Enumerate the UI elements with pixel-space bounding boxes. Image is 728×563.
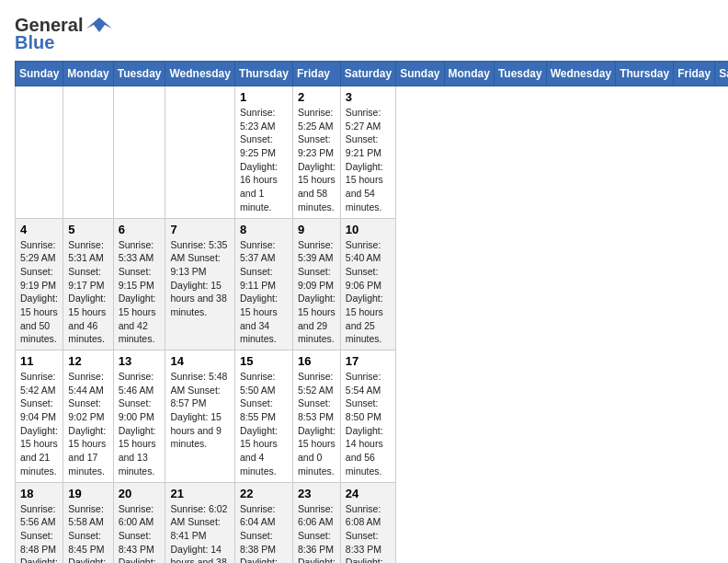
calendar-cell: 7Sunrise: 5:35 AM Sunset: 9:13 PM Daylig… — [165, 218, 234, 350]
calendar-cell: 4Sunrise: 5:29 AM Sunset: 9:19 PM Daylig… — [16, 218, 63, 350]
day-number: 21 — [170, 487, 229, 500]
day-of-week-header: Saturday — [715, 62, 728, 86]
calendar-cell: 10Sunrise: 5:40 AM Sunset: 9:06 PM Dayli… — [340, 218, 395, 350]
calendar-cell: 21Sunrise: 6:02 AM Sunset: 8:41 PM Dayli… — [165, 482, 234, 563]
day-number: 4 — [20, 223, 58, 236]
calendar-cell: 16Sunrise: 5:52 AM Sunset: 8:53 PM Dayli… — [292, 350, 340, 483]
calendar-cell: 13Sunrise: 5:46 AM Sunset: 9:00 PM Dayli… — [113, 350, 165, 483]
calendar-cell: 11Sunrise: 5:42 AM Sunset: 9:04 PM Dayli… — [16, 350, 63, 483]
page-header: General Blue — [15, 15, 713, 53]
calendar-cell: 5Sunrise: 5:31 AM Sunset: 9:17 PM Daylig… — [63, 218, 113, 350]
calendar-cell: 20Sunrise: 6:00 AM Sunset: 8:43 PM Dayli… — [113, 482, 165, 563]
calendar-cell: 15Sunrise: 5:50 AM Sunset: 8:55 PM Dayli… — [234, 350, 292, 483]
calendar-header-row: SundayMondayTuesdayWednesdayThursdayFrid… — [16, 62, 729, 86]
day-of-week-header: Sunday — [16, 62, 63, 86]
calendar-table: SundayMondayTuesdayWednesdayThursdayFrid… — [15, 61, 728, 563]
day-info: Sunrise: 6:02 AM Sunset: 8:41 PM Dayligh… — [170, 502, 229, 564]
day-number: 10 — [346, 223, 391, 236]
day-info: Sunrise: 5:33 AM Sunset: 9:15 PM Dayligh… — [119, 238, 161, 347]
logo: General Blue — [15, 15, 112, 53]
day-info: Sunrise: 5:39 AM Sunset: 9:09 PM Dayligh… — [298, 238, 336, 347]
day-info: Sunrise: 5:46 AM Sunset: 9:00 PM Dayligh… — [119, 370, 161, 478]
calendar-cell: 23Sunrise: 6:06 AM Sunset: 8:36 PM Dayli… — [292, 482, 340, 563]
calendar-cell: 17Sunrise: 5:54 AM Sunset: 8:50 PM Dayli… — [340, 350, 395, 483]
day-of-week-header: Thursday — [234, 62, 292, 86]
day-number: 15 — [240, 354, 288, 368]
calendar-cell: 24Sunrise: 6:08 AM Sunset: 8:33 PM Dayli… — [340, 482, 395, 563]
day-number: 18 — [20, 487, 58, 500]
logo-blue: Blue — [15, 32, 54, 53]
day-number: 24 — [346, 487, 391, 500]
day-of-week-header: Tuesday — [113, 62, 165, 86]
calendar-cell: 19Sunrise: 5:58 AM Sunset: 8:45 PM Dayli… — [63, 482, 113, 563]
day-number: 6 — [119, 223, 161, 236]
day-of-week-header: Friday — [292, 62, 340, 86]
day-info: Sunrise: 5:31 AM Sunset: 9:17 PM Dayligh… — [68, 238, 108, 347]
day-of-week-header: Sunday — [396, 62, 444, 86]
day-info: Sunrise: 5:40 AM Sunset: 9:06 PM Dayligh… — [346, 238, 391, 347]
calendar-cell — [16, 86, 63, 219]
day-of-week-header: Thursday — [616, 62, 674, 86]
day-of-week-header: Saturday — [340, 62, 395, 86]
calendar-week-row: 1Sunrise: 5:23 AM Sunset: 9:25 PM Daylig… — [16, 86, 729, 219]
svg-marker-0 — [86, 17, 112, 32]
day-number: 9 — [298, 223, 336, 236]
day-info: Sunrise: 5:54 AM Sunset: 8:50 PM Dayligh… — [346, 370, 391, 478]
day-info: Sunrise: 5:58 AM Sunset: 8:45 PM Dayligh… — [68, 502, 108, 564]
day-number: 2 — [298, 90, 336, 104]
calendar-cell — [113, 86, 165, 219]
day-number: 7 — [170, 223, 229, 236]
day-info: Sunrise: 5:25 AM Sunset: 9:23 PM Dayligh… — [298, 106, 336, 214]
day-info: Sunrise: 5:52 AM Sunset: 8:53 PM Dayligh… — [298, 370, 336, 478]
logo-bird-icon — [86, 16, 112, 36]
day-number: 5 — [68, 223, 108, 236]
day-number: 22 — [240, 487, 288, 500]
day-of-week-header: Wednesday — [165, 62, 234, 86]
day-number: 3 — [346, 90, 391, 104]
day-info: Sunrise: 6:00 AM Sunset: 8:43 PM Dayligh… — [119, 502, 161, 564]
day-info: Sunrise: 5:37 AM Sunset: 9:11 PM Dayligh… — [240, 238, 288, 347]
day-info: Sunrise: 5:23 AM Sunset: 9:25 PM Dayligh… — [240, 106, 288, 214]
day-number: 19 — [68, 487, 108, 500]
day-of-week-header: Tuesday — [494, 62, 546, 86]
calendar-cell: 18Sunrise: 5:56 AM Sunset: 8:48 PM Dayli… — [16, 482, 63, 563]
calendar-week-row: 4Sunrise: 5:29 AM Sunset: 9:19 PM Daylig… — [16, 218, 729, 350]
day-number: 12 — [68, 354, 108, 368]
calendar-week-row: 18Sunrise: 5:56 AM Sunset: 8:48 PM Dayli… — [16, 482, 729, 563]
day-number: 20 — [119, 487, 161, 500]
calendar-cell: 14Sunrise: 5:48 AM Sunset: 8:57 PM Dayli… — [165, 350, 234, 483]
day-of-week-header: Monday — [444, 62, 494, 86]
calendar-cell: 1Sunrise: 5:23 AM Sunset: 9:25 PM Daylig… — [234, 86, 292, 219]
day-info: Sunrise: 5:29 AM Sunset: 9:19 PM Dayligh… — [20, 238, 58, 347]
day-info: Sunrise: 5:35 AM Sunset: 9:13 PM Dayligh… — [170, 238, 229, 319]
calendar-cell: 6Sunrise: 5:33 AM Sunset: 9:15 PM Daylig… — [113, 218, 165, 350]
calendar-cell: 3Sunrise: 5:27 AM Sunset: 9:21 PM Daylig… — [340, 86, 395, 219]
calendar-week-row: 11Sunrise: 5:42 AM Sunset: 9:04 PM Dayli… — [16, 350, 729, 483]
calendar-cell — [165, 86, 234, 219]
day-info: Sunrise: 5:42 AM Sunset: 9:04 PM Dayligh… — [20, 370, 58, 478]
day-of-week-header: Wednesday — [546, 62, 615, 86]
calendar-cell: 2Sunrise: 5:25 AM Sunset: 9:23 PM Daylig… — [292, 86, 340, 219]
calendar-cell: 9Sunrise: 5:39 AM Sunset: 9:09 PM Daylig… — [292, 218, 340, 350]
day-info: Sunrise: 5:44 AM Sunset: 9:02 PM Dayligh… — [68, 370, 108, 478]
day-info: Sunrise: 6:06 AM Sunset: 8:36 PM Dayligh… — [298, 502, 336, 564]
day-info: Sunrise: 5:50 AM Sunset: 8:55 PM Dayligh… — [240, 370, 288, 478]
day-info: Sunrise: 6:04 AM Sunset: 8:38 PM Dayligh… — [240, 502, 288, 564]
day-number: 1 — [240, 90, 288, 104]
day-info: Sunrise: 5:27 AM Sunset: 9:21 PM Dayligh… — [346, 106, 391, 214]
day-number: 8 — [240, 223, 288, 236]
day-number: 13 — [119, 354, 161, 368]
day-of-week-header: Monday — [63, 62, 113, 86]
calendar-cell: 12Sunrise: 5:44 AM Sunset: 9:02 PM Dayli… — [63, 350, 113, 483]
calendar-cell: 8Sunrise: 5:37 AM Sunset: 9:11 PM Daylig… — [234, 218, 292, 350]
day-number: 17 — [346, 354, 391, 368]
day-info: Sunrise: 6:08 AM Sunset: 8:33 PM Dayligh… — [346, 502, 391, 564]
calendar-cell: 22Sunrise: 6:04 AM Sunset: 8:38 PM Dayli… — [234, 482, 292, 563]
day-number: 23 — [298, 487, 336, 500]
day-number: 11 — [20, 354, 58, 368]
day-info: Sunrise: 5:48 AM Sunset: 8:57 PM Dayligh… — [170, 370, 229, 451]
calendar-cell — [63, 86, 113, 219]
day-info: Sunrise: 5:56 AM Sunset: 8:48 PM Dayligh… — [20, 502, 58, 564]
day-number: 16 — [298, 354, 336, 368]
day-of-week-header: Friday — [674, 62, 715, 86]
